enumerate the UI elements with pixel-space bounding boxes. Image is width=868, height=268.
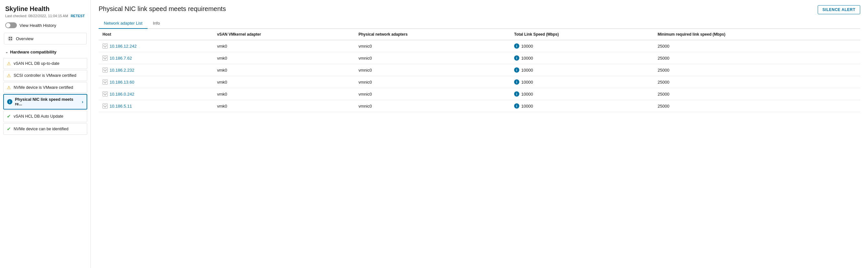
- svg-rect-4: [104, 45, 107, 47]
- view-health-history-label: View Health History: [20, 23, 56, 28]
- svg-rect-7: [104, 57, 107, 59]
- silence-alert-button[interactable]: SILENCE ALERT: [818, 5, 860, 14]
- total-speed-cell: i 10000: [510, 100, 654, 112]
- physical-cell: vmnic0: [354, 52, 510, 64]
- network-adapter-table-container: Host vSAN VMkernel adapter Physical netw…: [99, 29, 860, 263]
- svg-rect-13: [104, 81, 107, 82]
- min-speed-cell: 25000: [654, 40, 861, 52]
- retest-button[interactable]: RETEST: [71, 14, 85, 18]
- min-speed-cell: 25000: [654, 76, 861, 88]
- view-health-history-toggle[interactable]: [5, 22, 17, 28]
- tab-network-adapter-list[interactable]: Network adapter List: [99, 18, 148, 29]
- total-speed-value: 10000: [521, 68, 533, 73]
- col-physical: Physical network adapters: [354, 29, 510, 40]
- table-row: 10.186.12.242 vmk0 vmnic0 i 10000 25000: [99, 40, 860, 52]
- view-health-history-row: View Health History: [0, 19, 91, 31]
- tabs: Network adapter List Info: [99, 18, 860, 29]
- total-speed-cell: i 10000: [510, 52, 654, 64]
- total-speed-value: 10000: [521, 44, 533, 48]
- total-speed-value: 10000: [521, 104, 533, 108]
- total-speed-cell: i 10000: [510, 40, 654, 52]
- network-adapter-table: Host vSAN VMkernel adapter Physical netw…: [99, 29, 860, 112]
- min-speed-cell: 25000: [654, 64, 861, 76]
- host-icon: [102, 67, 108, 73]
- col-min-speed: Minimum required link speed (Mbps): [654, 29, 861, 40]
- total-speed-cell: i 10000: [510, 88, 654, 100]
- sidebar-item-physical-nic[interactable]: i Physical NIC link speed meets re... ›: [3, 94, 87, 109]
- info-circle-icon: i: [514, 79, 519, 85]
- warn-icon: ⚠: [7, 61, 11, 66]
- min-speed-cell: 25000: [654, 88, 861, 100]
- sidebar-item-nvme-identify[interactable]: ✔ NVMe device can be identified: [3, 123, 87, 135]
- sidebar-item-label: Physical NIC link speed meets re...: [15, 97, 79, 106]
- warn-icon: ⚠: [7, 85, 11, 90]
- col-host: Host: [99, 29, 213, 40]
- col-vmkernel: vSAN VMkernel adapter: [213, 29, 354, 40]
- sidebar-item-label: vSAN HCL DB up-to-date: [13, 61, 59, 66]
- min-speed-cell: 25000: [654, 100, 861, 112]
- host-link[interactable]: 10.186.5.11: [102, 103, 209, 108]
- info-circle-icon: i: [514, 103, 519, 108]
- app-title: Skyline Health: [0, 5, 91, 14]
- tab-info[interactable]: Info: [148, 18, 165, 29]
- svg-rect-2: [9, 39, 10, 40]
- info-circle-icon: i: [514, 43, 519, 48]
- table-row: 10.186.0.242 vmk0 vmnic0 i 10000 25000: [99, 88, 860, 100]
- physical-cell: vmnic0: [354, 76, 510, 88]
- sidebar-item-label: NVMe device is VMware certified: [13, 85, 73, 90]
- sidebar-item-nvme-device[interactable]: ⚠ NVMe device is VMware certified: [3, 82, 87, 93]
- hardware-compatibility-header[interactable]: ⌄ Hardware compatibility: [0, 47, 91, 57]
- host-link[interactable]: 10.186.12.242: [102, 43, 209, 48]
- vmkernel-cell: vmk0: [213, 40, 354, 52]
- sidebar-item-label: SCSI controller is VMware certified: [13, 73, 76, 78]
- overview-item[interactable]: Overview: [4, 33, 87, 44]
- svg-rect-1: [11, 37, 12, 38]
- table-row: 10.186.2.232 vmk0 vmnic0 i 10000 25000: [99, 64, 860, 76]
- host-link[interactable]: 10.186.7.62: [102, 56, 209, 61]
- sidebar: Skyline Health Last checked: 08/22/2022,…: [0, 0, 91, 268]
- table-row: 10.186.7.62 vmk0 vmnic0 i 10000 25000: [99, 52, 860, 64]
- info-circle-icon: i: [514, 56, 519, 61]
- physical-cell: vmnic0: [354, 100, 510, 112]
- total-speed-value: 10000: [521, 56, 533, 61]
- physical-cell: vmnic0: [354, 88, 510, 100]
- svg-rect-3: [11, 39, 12, 40]
- table-header-row: Host vSAN VMkernel adapter Physical netw…: [99, 29, 860, 40]
- overview-label: Overview: [16, 36, 33, 41]
- total-speed-value: 10000: [521, 80, 533, 85]
- vmkernel-cell: vmk0: [213, 64, 354, 76]
- host-icon: [102, 103, 108, 108]
- sidebar-item-label: vSAN HCL DB Auto Update: [13, 114, 63, 119]
- host-link[interactable]: 10.186.0.242: [102, 91, 209, 97]
- chevron-down-icon: ⌄: [5, 50, 8, 54]
- active-arrow-icon: ›: [82, 99, 83, 104]
- success-icon: ✔: [7, 126, 11, 132]
- svg-rect-19: [104, 105, 107, 107]
- last-checked: Last checked: 08/22/2022, 11:04:15 AM RE…: [0, 14, 91, 19]
- host-icon: [102, 56, 108, 61]
- sidebar-item-vsan-hcl-db[interactable]: ⚠ vSAN HCL DB up-to-date: [3, 58, 87, 69]
- section-title: Hardware compatibility: [10, 49, 56, 55]
- physical-cell: vmnic0: [354, 40, 510, 52]
- warn-icon: ⚠: [7, 73, 11, 78]
- vmkernel-cell: vmk0: [213, 88, 354, 100]
- col-total-speed: Total Link Speed (Mbps): [510, 29, 654, 40]
- min-speed-cell: 25000: [654, 52, 861, 64]
- host-link[interactable]: 10.186.13.60: [102, 79, 209, 85]
- sidebar-item-vsan-hcl-auto[interactable]: ✔ vSAN HCL DB Auto Update: [3, 110, 87, 122]
- svg-rect-10: [104, 69, 107, 71]
- host-icon: [102, 79, 108, 85]
- svg-rect-16: [104, 93, 107, 95]
- physical-cell: vmnic0: [354, 64, 510, 76]
- host-link[interactable]: 10.186.2.232: [102, 67, 209, 73]
- total-speed-value: 10000: [521, 92, 533, 97]
- main-title: Physical NIC link speed meets requiremen…: [99, 5, 226, 13]
- overview-icon: [7, 36, 13, 41]
- vmkernel-cell: vmk0: [213, 52, 354, 64]
- sidebar-item-scsi-controller[interactable]: ⚠ SCSI controller is VMware certified: [3, 70, 87, 81]
- sidebar-item-label: NVMe device can be identified: [13, 127, 68, 131]
- table-row: 10.186.5.11 vmk0 vmnic0 i 10000 25000: [99, 100, 860, 112]
- info-icon: i: [7, 99, 12, 104]
- vmkernel-cell: vmk0: [213, 76, 354, 88]
- vmkernel-cell: vmk0: [213, 100, 354, 112]
